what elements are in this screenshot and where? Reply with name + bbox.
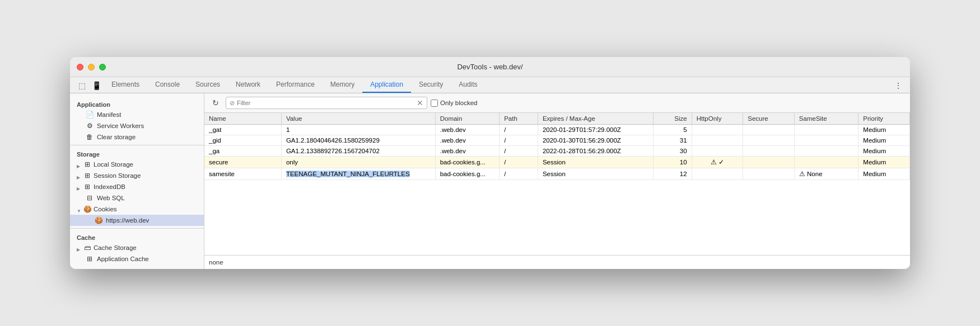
service-workers-icon: ⚙ (86, 122, 94, 130)
refresh-icon[interactable]: ↻ (209, 98, 222, 107)
filter-bar: ↻ ⊘ ✕ Only blocked (204, 93, 910, 113)
table-row[interactable]: samesiteTEENAGE_MUTANT_NINJA_FLEURTLESba… (204, 168, 910, 180)
sidebar-cache-header: Cache (70, 231, 204, 242)
tab-security[interactable]: Security (411, 77, 451, 93)
filter-input[interactable] (237, 100, 414, 106)
sidebar-item-cookies-url[interactable]: 🍪 https://web.dev (70, 215, 204, 226)
cell-path: / (500, 168, 538, 180)
cache-storage-triangle (77, 245, 81, 250)
tab-memory[interactable]: Memory (323, 77, 362, 93)
filter-clear-icon[interactable]: ✕ (417, 98, 423, 107)
cell-priority: Medium (858, 157, 910, 168)
table-footer: none (204, 255, 910, 269)
cell-domain: .web.dev (435, 146, 500, 157)
cell-size: 12 (653, 168, 692, 180)
only-blocked-checkbox[interactable] (431, 100, 438, 107)
sidebar-item-indexeddb[interactable]: ⊞ IndexedDB (70, 181, 204, 192)
table-row[interactable]: _gat1.web.dev/2020-01-29T01:57:29.000Z5M… (204, 125, 910, 135)
cell-size: 10 (653, 157, 692, 168)
sidebar-manifest-label: Manifest (97, 111, 121, 118)
col-header-domain[interactable]: Domain (435, 113, 500, 125)
cell-samesite (794, 135, 858, 146)
cell-size: 31 (653, 135, 692, 146)
cell-priority: Medium (858, 125, 910, 135)
cell-secure (743, 146, 795, 157)
sidebar-item-web-sql[interactable]: ⊟ Web SQL (70, 192, 204, 204)
col-header-path[interactable]: Path (500, 113, 538, 125)
main-content: Application 📄 Manifest ⚙ Service Workers… (70, 93, 910, 269)
cell-domain: bad-cookies.g... (435, 157, 500, 168)
tab-audits[interactable]: Audits (451, 77, 485, 93)
cell-size: 30 (653, 146, 692, 157)
maximize-button[interactable] (99, 64, 106, 70)
tab-network[interactable]: Network (228, 77, 268, 93)
cursor-button[interactable]: ⬚ (74, 78, 89, 93)
sidebar-item-manifest[interactable]: 📄 Manifest (70, 109, 204, 120)
filter-input-wrapper[interactable]: ⊘ ✕ (226, 97, 427, 109)
sidebar-item-cache-storage[interactable]: 🗃 Cache Storage (70, 242, 204, 253)
cookie-table-wrapper: Name Value Domain Path Expires / Max-Age… (204, 113, 910, 255)
col-header-value[interactable]: Value (281, 113, 435, 125)
sidebar-item-application-cache[interactable]: ⊞ Application Cache (70, 253, 204, 264)
sidebar-item-cookies[interactable]: 🍪 Cookies (70, 204, 204, 215)
cell-value: GA1.2.1804046426.1580259929 (281, 135, 435, 146)
cell-secure (743, 157, 795, 168)
sidebar-item-session-storage[interactable]: ⊞ Session Storage (70, 170, 204, 181)
tab-console[interactable]: Console (147, 77, 188, 93)
table-row[interactable]: _gidGA1.2.1804046426.1580259929.web.dev/… (204, 135, 910, 146)
table-row[interactable]: secureonlybad-cookies.g.../Session10⚠ ✓M… (204, 157, 910, 168)
col-header-samesite[interactable]: SameSite (794, 113, 858, 125)
only-blocked-label: Only blocked (440, 100, 477, 106)
col-header-httponly[interactable]: HttpOnly (692, 113, 743, 125)
col-header-expires[interactable]: Expires / Max-Age (538, 113, 653, 125)
cell-samesite (794, 125, 858, 135)
cell-path: / (500, 157, 538, 168)
web-sql-icon: ⊟ (86, 194, 94, 202)
cookies-url-icon: 🍪 (95, 216, 102, 224)
tab-application[interactable]: Application (362, 77, 411, 93)
col-header-priority[interactable]: Priority (858, 113, 910, 125)
cell-value: only (281, 157, 435, 168)
tab-sources[interactable]: Sources (188, 77, 228, 93)
cell-httponly (692, 135, 743, 146)
more-button[interactable]: ⋮ (891, 78, 906, 93)
cookies-triangle (77, 207, 81, 211)
sidebar-item-local-storage[interactable]: ⊞ Local Storage (70, 159, 204, 170)
device-button[interactable]: 📱 (89, 78, 104, 93)
sidebar-item-service-workers[interactable]: ⚙ Service Workers (70, 120, 204, 131)
sidebar-cookies-label: Cookies (94, 206, 117, 212)
cookie-table: Name Value Domain Path Expires / Max-Age… (204, 113, 910, 180)
tab-performance[interactable]: Performance (268, 77, 323, 93)
sidebar-application-header: Application (70, 98, 204, 109)
titlebar: DevTools - web.dev/ (70, 57, 910, 77)
close-button[interactable] (77, 64, 83, 70)
table-row[interactable]: _gaGA1.2.1338892726.1567204702.web.dev/2… (204, 146, 910, 157)
cell-domain: .web.dev (435, 125, 500, 135)
cell-name: _ga (204, 146, 281, 157)
cell-expires: 2020-01-30T01:56:29.000Z (538, 135, 653, 146)
sidebar: Application 📄 Manifest ⚙ Service Workers… (70, 93, 204, 269)
content-panel: ↻ ⊘ ✕ Only blocked Name Value (204, 93, 910, 269)
cell-domain: .web.dev (435, 135, 500, 146)
cookies-icon: 🍪 (83, 205, 91, 213)
footer-text: none (209, 259, 223, 266)
devtools-window: DevTools - web.dev/ ⬚ 📱 Elements Console… (70, 57, 910, 269)
cell-priority: Medium (858, 146, 910, 157)
cell-path: / (500, 146, 538, 157)
cell-expires: 2020-01-29T01:57:29.000Z (538, 125, 653, 135)
minimize-button[interactable] (88, 64, 95, 70)
sidebar-storage-header: Storage (70, 148, 204, 159)
window-controls (77, 64, 106, 70)
tab-elements[interactable]: Elements (104, 77, 147, 93)
sidebar-item-clear-storage[interactable]: 🗑 Clear storage (70, 131, 204, 143)
cell-secure (743, 135, 795, 146)
cell-samesite: ⚠ None (794, 168, 858, 180)
sidebar-web-sql-label: Web SQL (97, 195, 125, 201)
session-storage-triangle (77, 173, 81, 178)
local-storage-icon: ⊞ (83, 160, 91, 168)
col-header-secure[interactable]: Secure (743, 113, 795, 125)
cell-expires: Session (538, 157, 653, 168)
cell-name: secure (204, 157, 281, 168)
col-header-size[interactable]: Size (653, 113, 692, 125)
col-header-name[interactable]: Name (204, 113, 281, 125)
